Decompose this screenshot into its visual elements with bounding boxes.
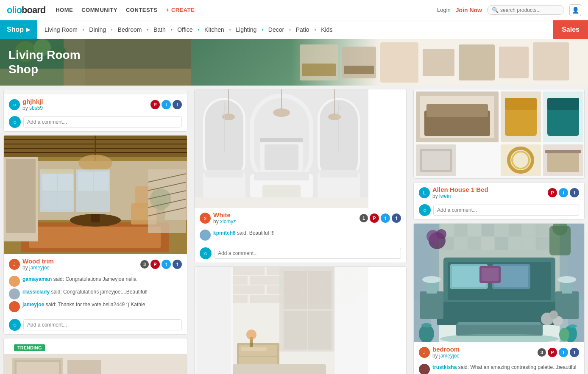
card-title-block: ghjhkjl by sbs59	[22, 98, 43, 111]
shop-link-lighting[interactable]: Lighting	[231, 20, 261, 39]
user-icon[interactable]: 👤	[569, 4, 581, 16]
svg-point-199	[421, 323, 432, 327]
comment-input[interactable]	[23, 116, 182, 127]
card-by: by jameyjoe	[22, 265, 54, 271]
shop-link-dining[interactable]: Dining	[85, 20, 110, 39]
nav-community[interactable]: COMMUNITY	[81, 7, 117, 13]
card-header-row: L Allen House 1 Bed by lwein P t f	[419, 186, 579, 199]
card-top-spacer	[4, 89, 187, 94]
right-column: L Allen House 1 Bed by lwein P t f	[410, 86, 588, 374]
shop-link-kids[interactable]: Kids	[317, 20, 337, 39]
twitter-icon[interactable]: t	[559, 188, 568, 197]
center-column: x White by xiomyz 1 P t f	[191, 86, 410, 374]
svg-rect-45	[42, 192, 57, 209]
svg-rect-50	[94, 172, 109, 191]
comment-avatar: ○	[9, 116, 21, 128]
svg-point-122	[246, 330, 256, 340]
social-icons: P t f	[370, 213, 401, 223]
pinterest-icon[interactable]: P	[548, 188, 557, 197]
hero-banner: Living Room Shop	[0, 39, 588, 86]
card-author-link[interactable]: sbs59	[29, 105, 43, 111]
card-author-link[interactable]: jameyjoe	[29, 265, 50, 271]
twitter-icon[interactable]: t	[162, 100, 171, 109]
svg-rect-154	[509, 224, 521, 236]
svg-rect-66	[260, 138, 303, 142]
join-button[interactable]: Join Now	[456, 7, 482, 14]
nav-contests[interactable]: CONTESTS	[126, 7, 158, 13]
pinterest-icon[interactable]: P	[370, 213, 379, 223]
facebook-icon[interactable]: f	[570, 188, 579, 197]
twitter-icon[interactable]: t	[381, 213, 390, 223]
shop-link-decor[interactable]: Decor	[264, 20, 288, 39]
card-title-link[interactable]: Allen House 1 Bed	[432, 186, 488, 193]
pinterest-icon[interactable]: P	[548, 348, 557, 357]
shop-link-kitchen[interactable]: Kitchen	[200, 20, 229, 39]
facebook-icon[interactable]: f	[570, 348, 579, 357]
svg-rect-43	[42, 172, 57, 191]
nav-create[interactable]: + CREATE	[166, 7, 195, 13]
commenter-link[interactable]: kpmitch8	[213, 230, 236, 236]
card-title-link[interactable]: ghjhkjl	[22, 98, 43, 105]
comment-input[interactable]	[433, 205, 579, 216]
avatar-initial: x	[204, 216, 206, 221]
card-title-link[interactable]: White	[213, 211, 231, 219]
svg-rect-129	[426, 104, 488, 117]
svg-rect-65	[265, 144, 298, 170]
card-author-link[interactable]: jameyjoe	[439, 353, 460, 359]
card-title-link[interactable]: bedroom	[432, 346, 460, 353]
facebook-icon[interactable]: f	[392, 213, 401, 223]
svg-rect-44	[58, 172, 73, 191]
furniture-thumbnails-svg	[295, 40, 584, 85]
commenter-avatar	[419, 364, 430, 374]
card-author-link[interactable]: lwein	[439, 193, 451, 199]
shop-link-office[interactable]: Office	[173, 20, 197, 39]
comments-section: kpmitch8 said: Beautiful !!!	[195, 228, 406, 246]
nav-home[interactable]: HOME	[56, 7, 73, 13]
comment-body: said: Beautiful !!!	[237, 230, 275, 236]
search-box: 🔍	[487, 5, 564, 15]
svg-point-192	[557, 276, 576, 283]
card-title-block: bedroom by jameyjoe	[432, 346, 460, 359]
shop-link-bath[interactable]: Bath	[149, 20, 170, 39]
commenter-link[interactable]: trustkisha	[432, 364, 457, 370]
commenter-avatar	[9, 288, 20, 299]
svg-rect-120	[241, 347, 267, 351]
svg-rect-167	[509, 237, 521, 250]
shop-link-patio[interactable]: Patio	[292, 20, 314, 39]
login-link[interactable]: Login	[437, 7, 451, 13]
dot-separator: •	[147, 28, 148, 32]
search-input[interactable]	[500, 7, 560, 13]
comment-input[interactable]	[23, 319, 182, 330]
facebook-icon[interactable]: f	[173, 260, 182, 269]
commenter-link[interactable]: jameyjoe	[22, 302, 44, 308]
commenter-avatar	[200, 230, 211, 241]
commenter-link[interactable]: gamayaman	[22, 276, 52, 282]
pinterest-icon[interactable]: P	[150, 260, 160, 269]
logo[interactable]: olioboard	[7, 5, 45, 16]
furniture-grid	[414, 89, 585, 178]
hero-line1: Living Room	[8, 48, 81, 62]
commenter-link[interactable]: classiclady	[22, 289, 50, 295]
twitter-icon[interactable]: t	[162, 260, 171, 269]
card-author-link[interactable]: xiomyz	[220, 219, 236, 224]
card-header-row: J Wood trim by jameyjoe 3 P t f	[9, 258, 182, 271]
facebook-icon[interactable]: f	[173, 100, 182, 109]
svg-rect-14	[302, 64, 336, 76]
svg-rect-113	[284, 311, 307, 349]
shop-button[interactable]: Shop ▶	[0, 20, 37, 39]
dot-separator: •	[111, 28, 113, 32]
comment-input-area: ○	[414, 202, 584, 219]
card-title-link[interactable]: Wood trim	[22, 258, 54, 265]
comment-input[interactable]	[214, 248, 401, 259]
svg-rect-151	[468, 224, 481, 236]
pinterest-icon[interactable]: P	[150, 100, 160, 109]
sales-button[interactable]: Sales	[553, 20, 588, 39]
shop-link-livingroom[interactable]: Living Room	[40, 20, 82, 39]
twitter-icon[interactable]: t	[559, 348, 568, 357]
svg-rect-54	[17, 362, 59, 374]
card-allenhouse: L Allen House 1 Bed by lwein P t f	[413, 182, 585, 220]
shop-link-bedroom[interactable]: Bedroom	[114, 20, 146, 39]
svg-rect-70	[205, 170, 243, 177]
card-title-area: x White by xiomyz	[200, 211, 236, 224]
svg-rect-164	[468, 237, 481, 250]
